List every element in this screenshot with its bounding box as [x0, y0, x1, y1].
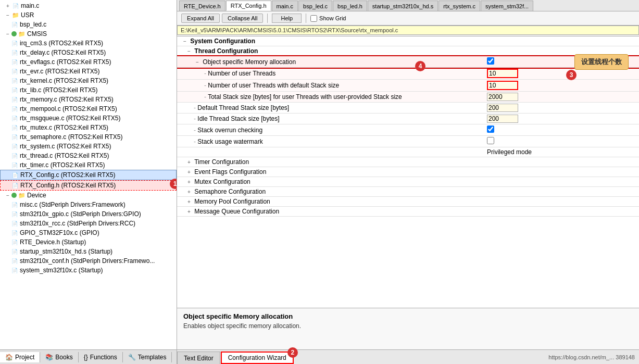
file-icon-msgqueue: 📄: [10, 114, 19, 122]
expand-obj-mem[interactable]: −: [194, 59, 201, 65]
tree-item-bsp-led[interactable]: 📄 bsp_led.c: [0, 20, 177, 29]
table-row-total-stack[interactable]: - Total Stack size [bytes] for user Thre…: [177, 92, 639, 103]
bottom-tab-config-wizard[interactable]: Configuration Wizard 2: [221, 352, 294, 364]
tree-item-rcc[interactable]: 📄 stm32f10x_rcc.c (StdPeriph Drivers:RCC…: [0, 219, 177, 228]
table-row-obj-mem[interactable]: − Object specific Memory allocation: [177, 56, 639, 68]
tree-item-rtx-config-c[interactable]: 📄 RTX_Config.c (RTOS2:Keil RTX5): [0, 170, 177, 180]
tree-item-cmsis[interactable]: − 📁 CMSIS: [0, 29, 177, 39]
tree-item-rtx-kernel[interactable]: 📄 rtx_kernel.c (RTOS2:Keil RTX5): [0, 76, 177, 85]
tree-label-misc: misc.c (StdPeriph Drivers:Framework): [20, 201, 126, 208]
expand-mutex[interactable]: +: [185, 179, 193, 185]
semaphore-config-text: Semaphore Configuration: [194, 188, 266, 195]
tree-item-rtx-system[interactable]: 📄 rtx_system.c (RTOS2:Keil RTX5): [0, 142, 177, 151]
green-dot-device: [11, 193, 17, 198]
tree-item-rtx-mempool[interactable]: 📄 rtx_mempool.c (RTOS2:Keil RTX5): [0, 104, 177, 114]
tree-item-rtx-config-h[interactable]: 📄 RTX_Config.h (RTOS2:Keil RTX5) 1: [0, 180, 177, 191]
table-row-msgqueue-config[interactable]: + Message Queue Configuration: [177, 207, 639, 217]
expand-thread[interactable]: −: [185, 48, 193, 54]
tab-system-stm32[interactable]: system_stm32f...: [481, 1, 533, 11]
stack-overrun-checkbox[interactable]: [487, 125, 494, 133]
tree-item-rte-device[interactable]: 📄 RTE_Device.h (Startup): [0, 237, 177, 247]
idle-stack-value[interactable]: [483, 114, 639, 124]
tree-item-gpio[interactable]: 📄 stm32f10x_gpio.c (StdPeriph Drivers:GP…: [0, 209, 177, 219]
expand-device[interactable]: −: [4, 193, 11, 198]
table-row-stack-overrun[interactable]: - Stack overrun checking: [177, 124, 639, 136]
expand-timer[interactable]: +: [185, 159, 193, 165]
table-row-num-threads-default[interactable]: - Number of user Threads with default St…: [177, 80, 639, 92]
default-stack-value[interactable]: [483, 103, 639, 114]
table-row-stack-watermark[interactable]: - Stack usage watermark: [177, 136, 639, 147]
idle-stack-input[interactable]: [487, 115, 518, 123]
tree-item-irq-cm3[interactable]: 📄 irq_cm3.s (RTOS2:Keil RTX5): [0, 39, 177, 48]
tab-rtx-system[interactable]: rtx_system.c: [438, 1, 480, 11]
tab-startup[interactable]: startup_stm32f10x_hd.s: [368, 1, 438, 11]
table-row-idle-stack[interactable]: - Idle Thread Stack size [bytes]: [177, 114, 639, 124]
help-btn[interactable]: Help: [272, 14, 302, 23]
total-stack-value[interactable]: [483, 92, 639, 103]
expand-event-flags[interactable]: +: [185, 169, 193, 175]
tab-functions[interactable]: {} Functions: [79, 352, 123, 362]
table-row-timer-config[interactable]: + Timer Configuration: [177, 157, 639, 167]
tree-item-device[interactable]: − 📁 Device: [0, 191, 177, 200]
num-threads-default-input[interactable]: [487, 81, 518, 90]
tab-bsp-led-c[interactable]: bsp_led.c: [298, 1, 332, 11]
total-stack-input[interactable]: [487, 93, 518, 101]
tree-item-system-stm[interactable]: 📄 system_stm32f10x.c (Startup): [0, 266, 177, 275]
tab-main-c[interactable]: main.c: [272, 1, 298, 11]
num-threads-input[interactable]: [487, 69, 518, 78]
tree-item-gpio-stm[interactable]: 📄 GPIO_STM32F10x.c (GPIO): [0, 228, 177, 237]
file-icon-delay: 📄: [10, 48, 19, 57]
collapse-all-btn[interactable]: Collapse All: [222, 14, 263, 23]
expand-msgqueue[interactable]: +: [185, 209, 193, 215]
expand-cmsis[interactable]: −: [4, 31, 11, 37]
tab-templates[interactable]: 🔧 Templates: [123, 352, 172, 362]
tree-item-rtx-lib[interactable]: 📄 rtx_lib.c (RTOS2:Keil RTX5): [0, 85, 177, 95]
expand-semaphore[interactable]: +: [185, 189, 193, 195]
tree-item-rtx-thread[interactable]: 📄 rtx_thread.c (RTOS2:Keil RTX5): [0, 151, 177, 160]
expand-usr[interactable]: −: [4, 12, 11, 18]
expand-system[interactable]: −: [181, 39, 189, 44]
table-row-thread-config[interactable]: − Thread Configuration: [177, 46, 639, 56]
obj-mem-checkbox[interactable]: [487, 57, 494, 65]
table-row-mutex-config[interactable]: + Mutex Configuration: [177, 177, 639, 187]
file-tree[interactable]: + 📄 main.c − 📁 USR 📄 bsp_led.c: [0, 0, 177, 349]
tree-item-usr[interactable]: − 📁 USR: [0, 10, 177, 20]
bottom-tab-text-editor[interactable]: Text Editor: [177, 352, 220, 364]
num-threads-default-value[interactable]: [483, 80, 639, 92]
num-threads-label: - Number of user Threads: [177, 68, 483, 80]
tree-item-misc[interactable]: 📄 misc.c (StdPeriph Drivers:Framework): [0, 200, 177, 209]
show-grid-checkbox[interactable]: [310, 15, 317, 22]
tree-item-startup[interactable]: 📄 startup_stm32f10x_hd.s (Startup): [0, 247, 177, 256]
expand-main-c[interactable]: +: [4, 3, 11, 9]
tree-item-rtx-timer-file[interactable]: 📄 rtx_timer.c (RTOS2:Keil RTX5): [0, 160, 177, 170]
tab-rtx-config-h[interactable]: RTX_Config.h: [226, 1, 271, 11]
stack-watermark-checkbox[interactable]: [487, 137, 494, 144]
table-row-semaphore-config[interactable]: + Semaphore Configuration: [177, 187, 639, 197]
table-row-default-stack[interactable]: - Default Thread Stack size [bytes]: [177, 103, 639, 114]
table-row-event-flags[interactable]: + Event Flags Configuration: [177, 167, 639, 177]
expand-all-btn[interactable]: Expand All: [181, 14, 220, 23]
tree-item-main-c[interactable]: + 📄 main.c: [0, 1, 177, 10]
tree-item-stm32-conf[interactable]: 📄 stm32f10x_conf.h (StdPeriph Drivers:Fr…: [0, 256, 177, 266]
stack-overrun-value[interactable]: [483, 124, 639, 136]
file-icon-main-c: 📄: [11, 2, 20, 10]
tree-item-rtx-memory[interactable]: 📄 rtx_memory.c (RTOS2:Keil RTX5): [0, 95, 177, 104]
stack-watermark-value[interactable]: [483, 136, 639, 147]
tab-project[interactable]: 🏠 Project: [0, 352, 40, 362]
tree-item-rtx-msgqueue[interactable]: 📄 rtx_msgqueue.c (RTOS2:Keil RTX5): [0, 114, 177, 123]
tab-books[interactable]: 📚 Books: [40, 352, 78, 362]
table-row-mempool-config[interactable]: + Memory Pool Configuration: [177, 197, 639, 207]
tree-item-rtx-delay[interactable]: 📄 rtx_delay.c (RTOS2:Keil RTX5): [0, 48, 177, 57]
tree-item-rtx-semaphore[interactable]: 📄 rtx_semaphore.c (RTOS2:Keil RTX5): [0, 132, 177, 142]
tree-item-rtx-evr[interactable]: 📄 rtx_evr.c (RTOS2:Keil RTX5): [0, 67, 177, 76]
config-table: Option Value − System Configuration: [177, 26, 639, 217]
default-stack-input[interactable]: [487, 104, 518, 112]
expand-mempool[interactable]: +: [185, 199, 193, 205]
tab-bsp-led-h[interactable]: bsp_led.h: [333, 1, 367, 11]
event-flags-label: + Event Flags Configuration: [177, 167, 483, 177]
toolbar-separator-2: [306, 14, 306, 23]
tree-item-rtx-mutex[interactable]: 📄 rtx_mutex.c (RTOS2:Keil RTX5): [0, 123, 177, 132]
tree-item-rtx-evflags[interactable]: 📄 rtx_evflags.c (RTOS2:Keil RTX5): [0, 57, 177, 67]
table-row-system-config[interactable]: − System Configuration: [177, 36, 639, 46]
tab-rte-device[interactable]: RTE_Device.h: [179, 1, 225, 11]
